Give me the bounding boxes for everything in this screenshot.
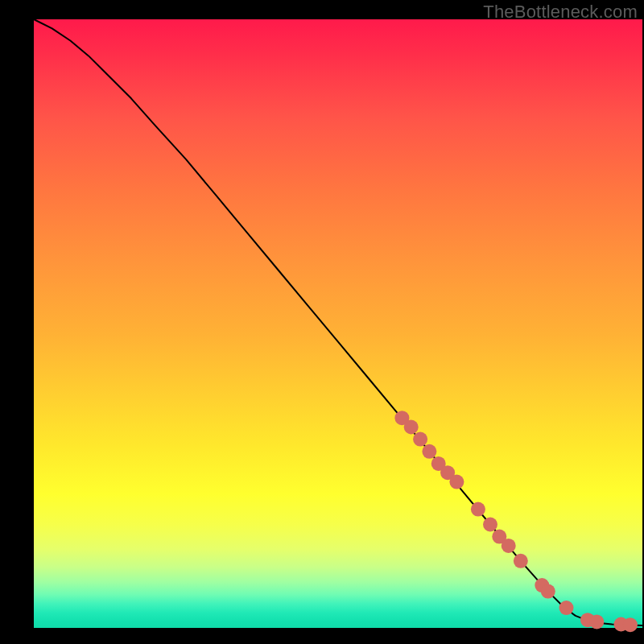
- highlight-dot: [541, 584, 555, 599]
- highlight-dot: [404, 420, 419, 435]
- highlight-dot: [623, 617, 638, 632]
- plot-area: [34, 19, 642, 628]
- highlight-dot: [413, 432, 427, 447]
- chart-stage: TheBottleneck.com: [0, 0, 644, 644]
- highlight-dot: [483, 518, 497, 532]
- highlight-dot: [422, 444, 436, 459]
- highlight-dots-group: [394, 411, 638, 632]
- watermark-text: TheBottleneck.com: [483, 2, 638, 23]
- plot-overlay: [34, 19, 642, 628]
- highlight-dot: [449, 475, 464, 489]
- highlight-dot: [502, 539, 516, 553]
- bottleneck-curve: [34, 19, 642, 625]
- highlight-dot: [471, 502, 485, 517]
- highlight-dot: [559, 601, 574, 615]
- highlight-dot: [589, 614, 604, 629]
- highlight-dot: [514, 554, 528, 568]
